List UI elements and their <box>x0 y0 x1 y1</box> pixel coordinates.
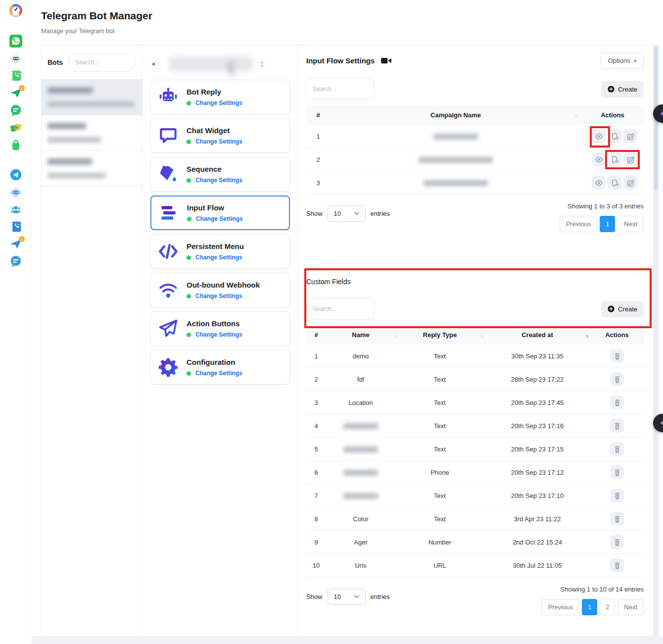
delete-button[interactable] <box>610 349 624 363</box>
page-size-select[interactable]: 10 <box>328 589 366 605</box>
settings-card-input-flow[interactable]: Input Flow Change Settings <box>150 196 290 230</box>
delete-button[interactable] <box>610 419 624 433</box>
chat-blue-icon[interactable] <box>9 255 22 268</box>
custom-field-row: 8 Color Text 3rd Apr 23 11:22 <box>306 507 644 531</box>
robot-gray-icon[interactable] <box>9 52 22 65</box>
settings-card-chat-widget[interactable]: Chat Widget Change Settings <box>150 118 290 153</box>
field-name: demo <box>353 352 369 360</box>
change-settings-link[interactable]: Change Settings <box>195 99 242 106</box>
settings-card-action-buttons[interactable]: Action Buttons Change Settings <box>150 311 290 346</box>
send-plane-blue-icon[interactable]: 1 <box>9 238 22 250</box>
change-settings-link[interactable]: Change Settings <box>195 331 242 338</box>
export-button[interactable] <box>608 176 621 190</box>
bot-list-item[interactable] <box>42 151 142 187</box>
chat-green-icon[interactable] <box>9 104 22 117</box>
phonebook-blue-icon[interactable] <box>9 220 22 233</box>
trash-icon <box>613 398 621 407</box>
campaign-search-input[interactable] <box>306 78 374 100</box>
settings-card-sequence[interactable]: Sequence Change Settings <box>150 157 290 192</box>
field-name-redacted <box>343 446 378 452</box>
custom-field-row: 4 Text 20th Sep 23 17:16 <box>306 414 644 438</box>
row-number: 7 <box>306 492 326 499</box>
plus-circle-icon <box>608 305 615 312</box>
col-campaign-name: Campaign Name ↑↓ <box>330 111 581 119</box>
reply-type: Phone <box>395 469 484 476</box>
configuration-icon <box>157 356 179 378</box>
delete-button[interactable] <box>610 558 624 572</box>
section-title: Input Flow Settings <box>306 52 391 65</box>
reply-type: Text <box>395 352 484 360</box>
settings-column: : Bot Reply Change Settings Chat Widget … <box>142 45 298 637</box>
bot-list-item[interactable] <box>42 115 142 151</box>
sort-icon[interactable]: ↑↓ <box>585 333 588 339</box>
edit-button[interactable] <box>623 129 637 143</box>
redacted-blur <box>169 56 254 71</box>
campaign-pagination: Previous1Next <box>560 216 644 232</box>
telegram-icon[interactable] <box>9 168 22 181</box>
speedometer-icon[interactable] <box>9 4 22 17</box>
next-page-button[interactable]: Next <box>617 216 644 232</box>
export-button[interactable] <box>608 152 621 166</box>
delete-button[interactable] <box>610 465 624 479</box>
trash-icon <box>613 492 621 500</box>
puzzle-hands-icon[interactable] <box>9 121 22 134</box>
page-size-select[interactable]: 10 <box>328 205 366 222</box>
previous-page-button[interactable]: Previous <box>560 216 598 232</box>
create-custom-field-button[interactable]: Create <box>601 301 644 317</box>
team-blue-icon[interactable] <box>9 203 22 216</box>
previous-page-button[interactable]: Previous <box>542 599 580 615</box>
campaign-table-header: # Campaign Name ↑↓ Actions <box>306 105 644 125</box>
change-settings-link[interactable]: Change Settings <box>195 293 242 299</box>
settings-card-persistent-menu[interactable]: Persistent Menu Change Settings <box>150 234 290 269</box>
change-settings-link[interactable]: Change Settings <box>196 215 243 222</box>
trash-icon <box>613 468 621 477</box>
create-campaign-button[interactable]: Create <box>601 81 644 98</box>
next-page-button[interactable]: Next <box>617 599 644 615</box>
phonebook-green-icon[interactable] <box>9 69 22 82</box>
change-settings-link[interactable]: Change Settings <box>195 138 242 145</box>
settings-card-bot-reply[interactable]: Bot Reply Change Settings <box>150 80 290 114</box>
delete-button[interactable] <box>610 512 624 526</box>
shopping-bag-icon[interactable] <box>9 139 22 151</box>
delete-button[interactable] <box>610 535 624 549</box>
custom-fields-search-input[interactable] <box>306 298 374 320</box>
bots-search-input[interactable] <box>68 53 136 72</box>
change-settings-link[interactable]: Change Settings <box>195 370 242 377</box>
page-subtitle: Manage your Telegram bot <box>41 28 114 35</box>
row-number: 8 <box>306 515 326 523</box>
campaign-table-row: 3 <box>306 171 644 195</box>
custom-field-row: 7 Text 20th Sep 23 17:10 <box>306 484 644 507</box>
sort-icon[interactable]: ↑↓ <box>574 113 577 119</box>
trash-icon <box>613 538 621 546</box>
robot-blue-icon[interactable] <box>9 186 22 198</box>
edit-button[interactable] <box>623 176 637 190</box>
field-name-redacted <box>343 423 378 429</box>
page-number-button[interactable]: 1 <box>600 216 615 232</box>
delete-button[interactable] <box>610 396 624 409</box>
persistent-menu-icon <box>157 241 179 262</box>
settings-card-out-bound-webhook[interactable]: Out-bound Webhook Change Settings <box>150 273 290 307</box>
view-button[interactable] <box>592 176 606 190</box>
whatsapp-icon[interactable] <box>9 35 22 48</box>
change-settings-link[interactable]: Change Settings <box>195 254 242 261</box>
view-button[interactable] <box>592 129 606 143</box>
edit-icon <box>626 179 635 187</box>
edit-button[interactable] <box>623 152 637 166</box>
delete-button[interactable] <box>610 372 624 386</box>
plus-circle-icon <box>608 86 615 93</box>
bot-list-item[interactable] <box>42 80 142 115</box>
delete-button[interactable] <box>610 442 624 456</box>
sort-icon[interactable]: ↑↓ <box>480 333 483 339</box>
eye-icon <box>595 179 603 187</box>
options-button[interactable]: Options▾ <box>601 52 644 69</box>
change-settings-link[interactable]: Change Settings <box>195 177 242 184</box>
custom-fields-table-header: # Name ↑↓ Reply Type ↑↓ Created at ↑↓ Ac… <box>306 325 644 345</box>
page-number-button[interactable]: 1 <box>582 599 597 615</box>
settings-card-configuration[interactable]: Configuration Change Settings <box>150 350 290 385</box>
view-button[interactable] <box>592 152 606 166</box>
page-number-button[interactable]: 2 <box>600 599 615 615</box>
send-plane-green-icon[interactable]: 1 <box>9 87 22 99</box>
export-button[interactable] <box>608 129 621 143</box>
created-at: 20th Sep 23 17:12 <box>484 469 590 476</box>
delete-button[interactable] <box>610 489 624 502</box>
